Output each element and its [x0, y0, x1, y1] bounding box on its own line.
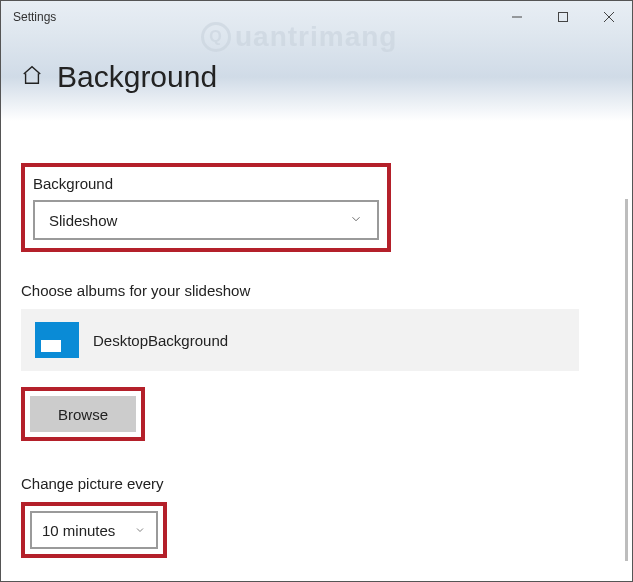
background-dropdown-value: Slideshow — [49, 212, 117, 229]
highlight-background: Background Slideshow — [21, 163, 391, 252]
page-title: Background — [57, 60, 217, 94]
change-dropdown[interactable]: 10 minutes — [30, 511, 158, 549]
titlebar: Settings — [1, 1, 632, 33]
albums-label: Choose albums for your slideshow — [21, 282, 612, 299]
highlight-change: 10 minutes — [21, 502, 167, 558]
chevron-down-icon — [349, 212, 363, 229]
album-name: DesktopBackground — [93, 332, 228, 349]
window-controls — [494, 1, 632, 33]
change-dropdown-wrap: 10 minutes — [21, 502, 612, 558]
background-dropdown[interactable]: Slideshow — [33, 200, 379, 240]
chevron-down-icon — [134, 522, 146, 539]
window-title: Settings — [13, 10, 494, 24]
svg-rect-1 — [559, 13, 568, 22]
folder-icon — [35, 322, 79, 358]
change-label: Change picture every — [21, 475, 612, 492]
page-header: Background — [1, 33, 632, 121]
browse-button-label: Browse — [58, 406, 108, 423]
album-item[interactable]: DesktopBackground — [21, 309, 579, 371]
change-dropdown-value: 10 minutes — [42, 522, 115, 539]
close-button[interactable] — [586, 1, 632, 33]
change-group: Change picture every 10 minutes — [21, 475, 612, 558]
background-group: Background Slideshow — [21, 163, 612, 252]
scrollbar[interactable] — [625, 199, 628, 561]
content-area: Background Slideshow Choose albums for y… — [1, 121, 632, 578]
home-icon[interactable] — [21, 64, 43, 90]
browse-button[interactable]: Browse — [30, 396, 136, 432]
maximize-button[interactable] — [540, 1, 586, 33]
browse-wrap: Browse — [21, 387, 612, 441]
background-label: Background — [33, 175, 379, 192]
highlight-browse: Browse — [21, 387, 145, 441]
minimize-button[interactable] — [494, 1, 540, 33]
